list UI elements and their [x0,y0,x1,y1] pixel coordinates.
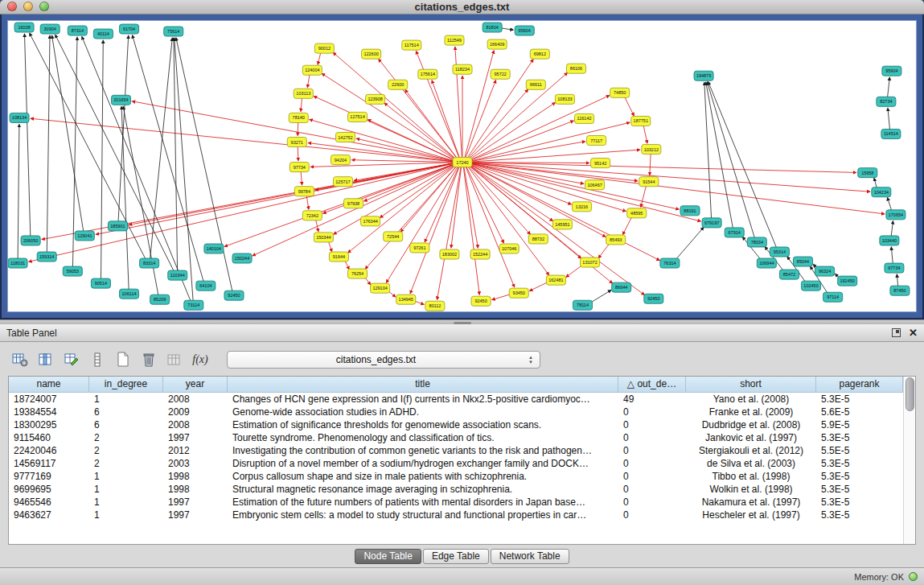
table-row[interactable]: 1872400712008Changes of HCN gene express… [9,393,915,406]
graph-node[interactable]: 106114 [119,289,138,299]
graph-node[interactable]: 40114 [93,29,113,39]
graph-edge[interactable] [887,197,892,211]
graph-edge[interactable] [323,163,456,213]
graph-edge[interactable] [253,163,456,255]
function-builder-icon[interactable]: f(x) [190,350,211,369]
graph-node[interactable]: 142752 [335,132,355,142]
column-header-short[interactable]: short [686,377,816,393]
graph-node[interactable]: 131072 [581,257,600,267]
graph-node[interactable]: 72342 [302,211,322,220]
graph-node[interactable]: 96611 [526,80,545,89]
graph-node[interactable]: 85209 [150,295,170,304]
graph-node[interactable]: 103113 [294,89,313,98]
graph-node[interactable]: 87450 [890,286,910,295]
float-panel-icon[interactable] [892,328,901,337]
graph-node[interactable]: 74850 [610,88,630,97]
table-row[interactable]: 2242004622012Investigating the contribut… [9,444,915,457]
graph-node[interactable]: 118031 [8,258,27,268]
graph-edge[interactable] [52,35,84,232]
graph-node[interactable]: 134945 [396,295,416,304]
graph-edge[interactable] [310,119,455,161]
graph-node[interactable]: 48595 [627,208,647,218]
panel-resize-divider[interactable] [0,319,924,324]
graph-node[interactable]: 15958 [858,167,877,177]
graph-node[interactable]: 59053 [63,266,82,276]
graph-edge[interactable] [469,95,610,160]
graph-node[interactable]: 187751 [631,116,651,126]
network-select[interactable]: citations_edges.txt ▲▼ [227,351,540,369]
graph-node[interactable]: 91544 [639,176,659,186]
graph-node[interactable]: 69812 [530,49,549,59]
graph-edge[interactable] [455,47,462,159]
graph-node[interactable]: 183002 [440,249,459,259]
graph-node[interactable]: 67914 [725,228,744,237]
graph-edge[interactable] [301,171,302,184]
graph-node[interactable]: 99784 [294,186,314,196]
tab-network-table[interactable]: Network Table [491,549,569,564]
graph-node[interactable]: 102450 [801,281,820,290]
network-canvas-wrap[interactable]: 1724011823495722966111081331161427711795… [7,20,917,312]
graph-node[interactable]: 76254 [347,269,367,278]
graph-node[interactable]: 81804 [483,23,502,32]
graph-node[interactable]: 93271 [287,137,306,146]
graph-edge[interactable] [132,101,455,162]
import-table-icon[interactable] [164,350,185,369]
graph-edge[interactable] [624,96,634,116]
graph-edge[interactable] [469,102,556,159]
graph-node[interactable]: 116142 [574,113,593,123]
column-header-in_degree[interactable]: in_degree [89,377,163,393]
graph-node[interactable]: 30904 [40,24,60,34]
graph-node[interactable]: 108133 [555,94,574,104]
graph-node[interactable]: 123908 [366,94,385,104]
table-row[interactable]: 1830029562008Estimation of significance … [9,418,915,431]
graph-edge[interactable] [224,163,455,246]
table-row[interactable]: 977716911998Corpus callosum shape and si… [9,470,915,483]
graph-node[interactable]: 90012 [314,43,334,53]
graph-edge[interactable] [675,227,704,260]
graph-node[interactable]: 76314 [660,258,680,268]
graph-node[interactable]: 64104 [196,281,216,290]
graph-edge[interactable] [622,216,632,235]
close-window-button[interactable] [7,2,17,11]
graph-node[interactable]: 86644 [612,282,631,292]
graph-node[interactable]: 92450 [644,294,663,303]
graph-edge[interactable] [706,82,733,229]
graph-node[interactable]: 95314 [770,247,789,257]
tab-node-table[interactable]: Node Table [355,549,421,564]
graph-edge[interactable] [888,77,890,97]
graph-node[interactable]: 110344 [168,270,187,280]
scrollbar-thumb[interactable] [906,377,914,411]
graph-edge[interactable] [101,40,103,279]
graph-node[interactable]: 104234 [872,187,891,196]
graph-node[interactable]: 91644 [329,252,348,262]
row-height-icon[interactable] [87,350,108,369]
graph-edge[interactable] [31,118,455,162]
new-file-icon[interactable] [113,350,133,369]
delete-rows-icon[interactable] [138,350,159,369]
graph-node[interactable]: 67734 [885,263,904,273]
graph-node[interactable]: 150244 [232,253,252,263]
graph-edge[interactable] [463,166,479,295]
graph-node[interactable]: 201654 [111,95,130,105]
graph-node[interactable]: 16038 [14,23,34,32]
table-row[interactable]: 946362711997Embryonic stem cells: a mode… [9,509,915,521]
column-header-name[interactable]: name [9,377,89,393]
graph-node[interactable]: 83314 [140,258,159,268]
graph-node[interactable]: 107046 [499,244,519,253]
graph-node[interactable]: 679197 [702,218,721,228]
zoom-window-button[interactable] [39,2,49,11]
graph-edge[interactable] [18,124,19,259]
graph-node[interactable]: 97734 [290,162,309,171]
graph-edge[interactable] [129,163,455,225]
graph-node[interactable]: 95904 [882,66,901,76]
edit-table-icon[interactable] [61,350,82,369]
graph-node[interactable]: 194879 [694,71,713,80]
graph-edge[interactable] [315,219,318,232]
graph-node[interactable]: 94204 [331,154,350,164]
graph-node[interactable]: 82734 [877,97,896,106]
graph-node[interactable]: 13216 [572,202,591,212]
graph-node[interactable]: 140104 [204,244,224,253]
graph-node[interactable]: 90514 [91,278,110,288]
graph-edge[interactable] [470,162,856,172]
graph-edge[interactable] [492,294,512,299]
